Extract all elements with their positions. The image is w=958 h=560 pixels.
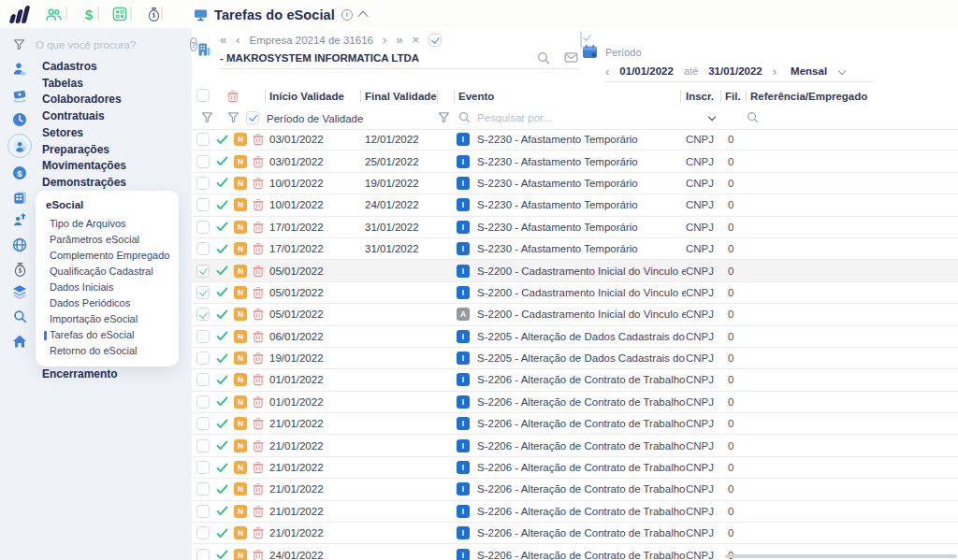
row-checkbox[interactable]: [196, 308, 210, 321]
ref-search-icon[interactable]: [747, 111, 759, 123]
sidebar-item[interactable]: Setores: [42, 125, 126, 142]
event-search-icon[interactable]: [458, 111, 471, 123]
delete-row-icon[interactable]: [253, 352, 269, 365]
dollar-circle-icon[interactable]: $: [11, 165, 28, 181]
row-checkbox[interactable]: [196, 549, 210, 560]
home-icon[interactable]: [11, 333, 28, 350]
row-checkbox[interactable]: [196, 439, 210, 452]
esocial-submenu-item[interactable]: Qualificação Cadastral: [36, 264, 179, 280]
search-icon[interactable]: [11, 308, 28, 324]
row-checkbox[interactable]: [196, 373, 210, 386]
delete-row-icon[interactable]: [253, 265, 269, 278]
row-checkbox[interactable]: [196, 177, 210, 190]
person-up-icon[interactable]: [11, 210, 28, 227]
period-end-date[interactable]: 31/01/2022: [708, 65, 762, 77]
company-search-icon[interactable]: [537, 51, 550, 65]
delete-row-icon[interactable]: [253, 308, 269, 321]
grid-icon[interactable]: [109, 5, 130, 23]
delete-row-icon[interactable]: [253, 198, 269, 211]
table-row[interactable]: N 21/01/2022 I S-2206 - Alteração de Con…: [192, 523, 958, 544]
sidebar-item[interactable]: Encerramento: [42, 366, 118, 383]
delete-row-icon[interactable]: [253, 133, 269, 146]
delete-row-icon[interactable]: [253, 155, 269, 168]
table-row[interactable]: N 17/01/2022 31/01/2022 I S-2230 - Afast…: [192, 217, 958, 238]
row-checkbox[interactable]: [196, 417, 210, 430]
money-bag-icon[interactable]: [11, 261, 28, 278]
delete-row-icon[interactable]: [253, 439, 269, 452]
table-row[interactable]: N 05/01/2022 I S-2200 - Cadastramento In…: [192, 282, 958, 304]
table-row[interactable]: N 10/01/2022 19/01/2022 I S-2230 - Afast…: [192, 173, 958, 194]
inscr-filter-chevron-icon[interactable]: [708, 113, 716, 121]
table-row[interactable]: N 17/01/2022 31/01/2022 I S-2230 - Afast…: [192, 238, 958, 260]
filter-funnel-icon[interactable]: [227, 111, 240, 123]
table-row[interactable]: N 21/01/2022 I S-2206 - Alteração de Con…: [192, 479, 958, 500]
row-checkbox[interactable]: [196, 461, 210, 474]
delete-row-icon[interactable]: [253, 395, 269, 409]
table-row[interactable]: N 06/01/2022 I S-2205 - Alteração de Dad…: [192, 326, 958, 348]
table-row[interactable]: N 03/01/2022 12/01/2022 I S-2230 - Afast…: [192, 129, 958, 151]
table-row[interactable]: N 03/01/2022 25/01/2022 I S-2230 - Afast…: [192, 151, 958, 172]
people-icon[interactable]: [43, 5, 64, 23]
company-first-icon[interactable]: «: [220, 34, 226, 46]
company-last-icon[interactable]: »: [396, 34, 402, 46]
layers-icon[interactable]: [11, 283, 28, 300]
esocial-submenu-item[interactable]: Dados Periódicos: [36, 295, 179, 311]
person-circle-icon[interactable]: [7, 134, 32, 158]
delete-row-icon[interactable]: [253, 221, 269, 234]
period-mode-chevron-icon[interactable]: [838, 67, 846, 75]
company-next-icon[interactable]: ›: [383, 34, 386, 46]
period-mode-select[interactable]: Mensal: [791, 65, 827, 77]
table-row[interactable]: N 01/01/2022 I S-2206 - Alteração de Con…: [192, 392, 958, 413]
delete-row-icon[interactable]: [253, 286, 269, 299]
delete-row-icon[interactable]: [253, 526, 269, 539]
event-search-input[interactable]: [475, 111, 629, 124]
row-checkbox[interactable]: [196, 155, 210, 168]
hand-money-icon[interactable]: [11, 88, 28, 105]
esocial-submenu-item[interactable]: Tarefas do eSocial: [36, 327, 179, 343]
table-row[interactable]: N 05/01/2022 A S-2200 - Cadastramento In…: [192, 304, 958, 325]
table-row[interactable]: N 19/01/2022 I S-2205 - Alteração de Dad…: [192, 348, 958, 369]
row-checkbox[interactable]: [196, 352, 210, 365]
table-row[interactable]: N 10/01/2022 24/01/2022 I S-2230 - Afast…: [192, 194, 958, 216]
delete-row-icon[interactable]: [253, 505, 269, 518]
filter-funnel-icon[interactable]: [201, 111, 213, 123]
period-checkbox[interactable]: [580, 31, 582, 49]
clock-icon[interactable]: [11, 111, 28, 128]
table-row[interactable]: N 05/01/2022 I S-2200 - Cadastramento In…: [192, 260, 958, 281]
period-validity-checkbox[interactable]: [246, 111, 259, 124]
company-close-icon[interactable]: ×: [413, 34, 420, 46]
sidebar-item[interactable]: Cadastros: [42, 59, 126, 76]
table-row[interactable]: N 21/01/2022 I S-2206 - Alteração de Con…: [192, 501, 958, 523]
sidebar-item[interactable]: Contratuais: [42, 108, 126, 125]
esocial-submenu-item[interactable]: Parâmetros eSocial: [36, 232, 179, 248]
envelope-icon[interactable]: [564, 52, 578, 63]
delete-selected-icon[interactable]: [227, 90, 239, 103]
row-checkbox[interactable]: [196, 221, 210, 234]
period-start-date[interactable]: 01/01/2022: [619, 65, 674, 77]
delete-row-icon[interactable]: [253, 461, 269, 474]
person-badge-icon[interactable]: [11, 61, 28, 78]
sidebar-item[interactable]: Preparações: [42, 142, 126, 159]
delete-row-icon[interactable]: [253, 330, 269, 343]
period-prev-icon[interactable]: ‹: [605, 65, 609, 79]
delete-row-icon[interactable]: [253, 549, 269, 560]
table-row[interactable]: N 01/01/2022 I S-2206 - Alteração de Con…: [192, 369, 958, 391]
dollar-icon[interactable]: $: [79, 5, 99, 23]
sidebar-item[interactable]: Demonstrações: [42, 175, 126, 192]
delete-row-icon[interactable]: [253, 417, 269, 430]
esocial-submenu-item[interactable]: Complemento Empregado: [36, 248, 179, 264]
row-checkbox[interactable]: [196, 265, 210, 278]
horizontal-scrollbar[interactable]: [725, 554, 957, 558]
sidebar-item[interactable]: Colaboradores: [42, 92, 126, 108]
period-next-icon[interactable]: ›: [773, 65, 777, 79]
app-logo[interactable]: [10, 6, 28, 23]
table-row[interactable]: N 21/01/2022 I S-2206 - Alteração de Con…: [192, 435, 958, 456]
row-checkbox[interactable]: [196, 526, 210, 539]
row-checkbox[interactable]: [196, 505, 210, 518]
table-row[interactable]: N 21/01/2022 I S-2206 - Alteração de Con…: [192, 413, 958, 435]
table-row[interactable]: N 21/01/2022 I S-2206 - Alteração de Con…: [192, 457, 958, 479]
row-checkbox[interactable]: [196, 482, 210, 495]
delete-row-icon[interactable]: [253, 373, 269, 386]
row-checkbox[interactable]: [196, 286, 210, 299]
company-checkbox[interactable]: [428, 34, 442, 47]
